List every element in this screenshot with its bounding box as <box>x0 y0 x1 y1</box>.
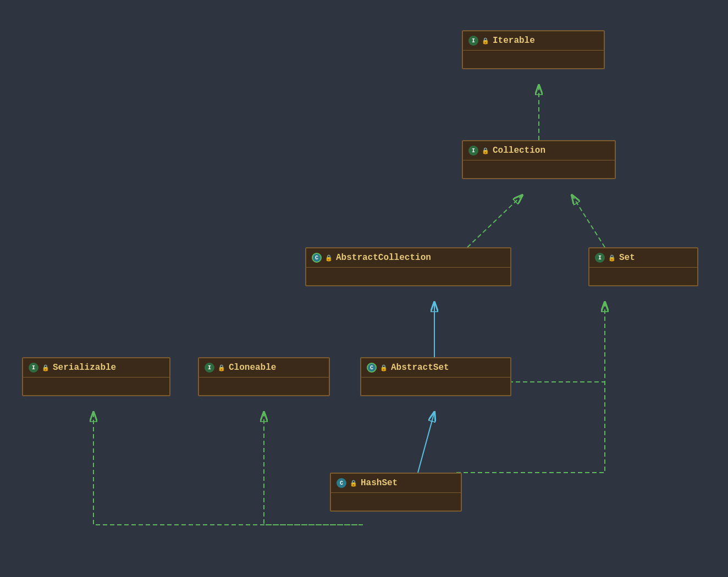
node-iterable-header: I 🔒 Iterable <box>463 31 604 51</box>
hashset-body <box>331 493 461 511</box>
abstractcollection-body <box>306 268 510 285</box>
abstractcollection-type-icon: C <box>312 253 322 263</box>
collection-body <box>463 160 615 178</box>
cloneable-lock-icon: 🔒 <box>218 364 225 371</box>
node-abstractcollection[interactable]: C 🔒 AbstractCollection <box>305 247 511 286</box>
iterable-body <box>463 51 604 68</box>
node-abstractcollection-header: C 🔒 AbstractCollection <box>306 248 510 268</box>
node-hashset-header: C 🔒 HashSet <box>331 474 461 493</box>
serializable-lock-icon: 🔒 <box>42 364 49 371</box>
hashset-lock-icon: 🔒 <box>350 480 357 487</box>
iterable-type-icon: I <box>468 36 478 46</box>
svg-line-6 <box>418 412 434 473</box>
set-body <box>589 268 697 285</box>
abstractcollection-lock-icon: 🔒 <box>325 254 333 262</box>
abstractcollection-label: AbstractCollection <box>336 253 431 263</box>
node-iterable[interactable]: I 🔒 Iterable <box>462 30 605 69</box>
svg-line-3 <box>467 195 522 247</box>
iterable-lock-icon: 🔒 <box>482 37 489 45</box>
node-abstractset-header: C 🔒 AbstractSet <box>361 358 510 378</box>
node-serializable-header: I 🔒 Serializable <box>23 358 169 378</box>
node-hashset[interactable]: C 🔒 HashSet <box>330 473 462 512</box>
serializable-body <box>23 378 169 395</box>
iterable-label: Iterable <box>493 36 535 46</box>
abstractset-lock-icon: 🔒 <box>380 364 388 371</box>
hashset-label: HashSet <box>361 478 398 488</box>
node-cloneable[interactable]: I 🔒 Cloneable <box>198 357 330 396</box>
node-abstractset[interactable]: C 🔒 AbstractSet <box>360 357 511 396</box>
set-lock-icon: 🔒 <box>608 254 616 262</box>
svg-line-4 <box>572 195 605 247</box>
cloneable-body <box>199 378 329 395</box>
hashset-type-icon: C <box>337 478 346 488</box>
abstractset-label: AbstractSet <box>391 363 449 373</box>
collection-lock-icon: 🔒 <box>482 147 489 154</box>
serializable-type-icon: I <box>29 363 38 373</box>
cloneable-type-icon: I <box>205 363 214 373</box>
set-type-icon: I <box>595 253 605 263</box>
node-serializable[interactable]: I 🔒 Serializable <box>22 357 170 396</box>
collection-type-icon: I <box>468 146 478 156</box>
abstractset-body <box>361 378 510 395</box>
node-collection-header: I 🔒 Collection <box>463 141 615 160</box>
diagram-container: I 🔒 Iterable I 🔒 Collection C 🔒 Abstract… <box>0 0 728 577</box>
abstractset-type-icon: C <box>367 363 377 373</box>
node-set[interactable]: I 🔒 Set <box>588 247 698 286</box>
node-cloneable-header: I 🔒 Cloneable <box>199 358 329 378</box>
node-set-header: I 🔒 Set <box>589 248 697 268</box>
cloneable-label: Cloneable <box>229 363 276 373</box>
collection-label: Collection <box>493 146 545 156</box>
serializable-label: Serializable <box>53 363 116 373</box>
node-collection[interactable]: I 🔒 Collection <box>462 140 616 179</box>
set-label: Set <box>619 253 635 263</box>
